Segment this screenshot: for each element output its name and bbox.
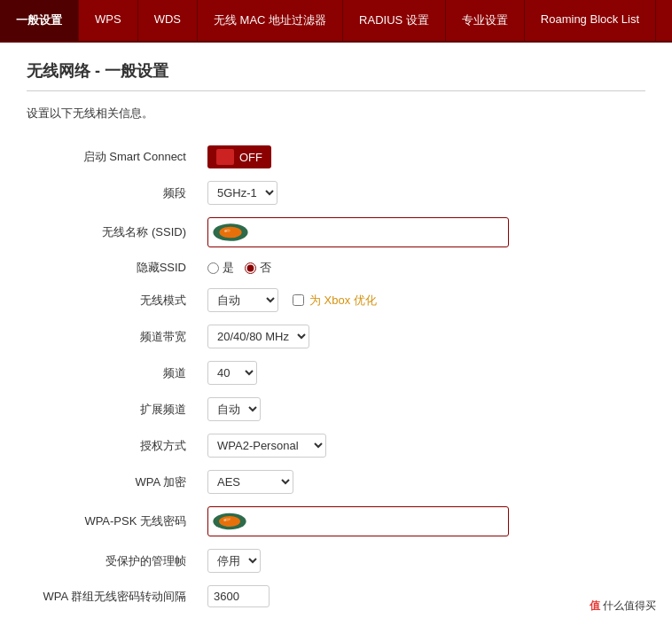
wireless-mode-label: 无线模式 xyxy=(27,282,204,318)
auth-row: 授权方式 WPA2-Personal WPA-Personal Open WPA… xyxy=(27,427,645,464)
bandwidth-select[interactable]: 20/40/80 MHz 20 MHz 40 MHz 80 MHz xyxy=(207,325,309,348)
protected-frame-row: 受保护的管理帧 停用 启用 xyxy=(27,543,645,579)
smart-connect-toggle[interactable]: OFF xyxy=(207,145,271,168)
wpa-encrypt-row: WPA 加密 AES TKIP AES+TKIP xyxy=(27,464,645,500)
hide-ssid-no-text: 否 xyxy=(260,260,271,276)
wireless-mode-wrapper: 自动 N only AC only 为 Xbox 优化 xyxy=(207,288,642,312)
band-select[interactable]: 5GHz-1 5GHz-2 2.4GHz xyxy=(207,181,277,205)
group-key-input[interactable] xyxy=(207,585,270,607)
tab-radius[interactable]: RADIUS 设置 xyxy=(343,0,446,41)
ssid-input[interactable] xyxy=(207,217,509,247)
smart-connect-state: OFF xyxy=(239,151,262,164)
wpa-psk-label: WPA-PSK 无线密码 xyxy=(27,500,204,543)
settings-form: 启动 Smart Connect OFF 频段 5GHz-1 5GHz-2 2.… xyxy=(27,139,645,614)
page-description: 设置以下无线相关信息。 xyxy=(27,106,645,121)
bandwidth-label: 频道带宽 xyxy=(27,318,204,355)
ext-channel-row: 扩展频道 自动 xyxy=(27,391,645,427)
hide-ssid-group: 是 否 xyxy=(207,260,642,276)
ssid-label: 无线名称 (SSID) xyxy=(27,211,204,254)
toggle-knob xyxy=(216,149,234,165)
hide-ssid-yes-radio[interactable] xyxy=(207,262,219,274)
wpa-encrypt-label: WPA 加密 xyxy=(27,464,204,500)
wpa-psk-row: WPA-PSK 无线密码 xyxy=(27,500,645,543)
tab-wps[interactable]: WPS xyxy=(79,0,138,41)
bandwidth-row: 频道带宽 20/40/80 MHz 20 MHz 40 MHz 80 MHz xyxy=(27,318,645,355)
psk-input-wrapper xyxy=(207,506,509,536)
page-title: 无线网络 - 一般设置 xyxy=(27,60,645,91)
watermark: 值 什么值得买 xyxy=(582,595,663,617)
svg-point-1 xyxy=(219,227,241,239)
xbox-optimize-label[interactable]: 为 Xbox 优化 xyxy=(293,293,377,309)
auth-label: 授权方式 xyxy=(27,427,204,464)
channel-label: 频道 xyxy=(27,355,204,391)
tab-wds[interactable]: WDS xyxy=(138,0,198,41)
xbox-optimize-text: 为 Xbox 优化 xyxy=(309,293,377,309)
ext-channel-select[interactable]: 自动 xyxy=(207,397,261,421)
wpa-encrypt-select[interactable]: AES TKIP AES+TKIP xyxy=(207,470,293,494)
band-row: 频段 5GHz-1 5GHz-2 2.4GHz xyxy=(27,175,645,211)
group-key-label: WPA 群组无线密码转动间隔 xyxy=(27,579,204,614)
nav-bar: 一般设置 WPS WDS 无线 MAC 地址过滤器 RADIUS 设置 专业设置… xyxy=(0,0,672,43)
hide-ssid-yes-label[interactable]: 是 xyxy=(207,260,234,276)
svg-point-7 xyxy=(223,519,226,521)
protected-frame-select[interactable]: 停用 启用 xyxy=(207,549,261,573)
band-label: 频段 xyxy=(27,175,204,211)
tab-mac-filter[interactable]: 无线 MAC 地址过滤器 xyxy=(198,0,343,41)
hide-ssid-yes-text: 是 xyxy=(223,260,234,276)
protected-frame-label: 受保护的管理帧 xyxy=(27,543,204,579)
watermark-icon: 值 xyxy=(590,599,600,612)
ssid-row: 无线名称 (SSID) xyxy=(27,211,645,254)
group-key-row: WPA 群组无线密码转动间隔 xyxy=(27,579,645,614)
tab-professional[interactable]: 专业设置 xyxy=(446,0,525,41)
xbox-optimize-checkbox[interactable] xyxy=(293,294,304,306)
ssid-input-wrapper xyxy=(207,217,509,247)
hide-ssid-no-label[interactable]: 否 xyxy=(245,260,271,276)
hide-ssid-label: 隐藏SSID xyxy=(27,254,204,282)
wpa-psk-input[interactable] xyxy=(207,506,509,536)
tab-roaming-block-list[interactable]: Roaming Block List xyxy=(525,0,656,41)
ext-channel-label: 扩展频道 xyxy=(27,391,204,427)
wireless-mode-select[interactable]: 自动 N only AC only xyxy=(207,288,278,312)
tab-general[interactable]: 一般设置 xyxy=(0,0,79,41)
hide-ssid-no-radio[interactable] xyxy=(245,262,256,274)
asus-logo-psk xyxy=(212,510,247,533)
hide-ssid-row: 隐藏SSID 是 否 xyxy=(27,254,645,282)
watermark-text: 什么值得买 xyxy=(603,599,656,612)
page-content: 无线网络 - 一般设置 设置以下无线相关信息。 启动 Smart Connect… xyxy=(0,43,672,626)
svg-point-3 xyxy=(224,230,227,232)
button-row: 应用本页面设置 xyxy=(27,622,645,626)
channel-select[interactable]: 40 36 44 48 149 153 157 161 xyxy=(207,361,257,385)
channel-row: 频道 40 36 44 48 149 153 157 161 xyxy=(27,355,645,391)
wireless-mode-row: 无线模式 自动 N only AC only 为 Xbox 优化 xyxy=(27,282,645,318)
smart-connect-row: 启动 Smart Connect OFF xyxy=(27,139,645,175)
auth-select[interactable]: WPA2-Personal WPA-Personal Open WPA-Ente… xyxy=(207,434,326,458)
asus-logo-ssid xyxy=(212,220,249,245)
smart-connect-label: 启动 Smart Connect xyxy=(27,139,204,175)
